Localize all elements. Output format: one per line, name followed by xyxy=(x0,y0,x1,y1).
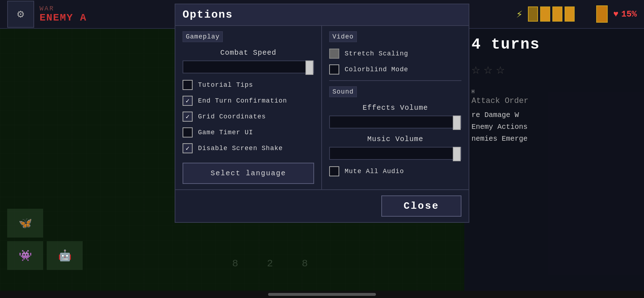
disable-shake-label: Disable Screen Shake xyxy=(198,145,283,152)
tutorial-tips-label: Tutorial Tips xyxy=(198,81,253,89)
disable-shake-checkbox[interactable] xyxy=(183,143,193,153)
mute-all-checkbox[interactable] xyxy=(329,166,339,176)
options-dialog: Options Gameplay Combat Speed Tutorial T… xyxy=(175,4,469,223)
combat-speed-container: Combat Speed xyxy=(183,49,314,73)
effects-volume-slider[interactable] xyxy=(329,116,461,128)
dialog-footer: Close xyxy=(175,189,469,222)
tutorial-tips-checkbox[interactable] xyxy=(183,80,193,90)
dialog-overlay: Options Gameplay Combat Speed Tutorial T… xyxy=(0,0,644,298)
end-turn-checkbox[interactable] xyxy=(183,96,193,106)
close-button[interactable]: Close xyxy=(381,195,461,217)
end-turn-row: End Turn Confirmation xyxy=(183,96,314,106)
video-sound-panel: Video Stretch Scaling Colorblind Mode So… xyxy=(322,26,469,189)
gameplay-tab-label: Gameplay xyxy=(183,31,223,42)
select-language-button[interactable]: Select language xyxy=(183,163,314,184)
music-volume-slider[interactable] xyxy=(329,147,461,160)
colorblind-checkbox[interactable] xyxy=(329,64,339,74)
music-volume-label: Music Volume xyxy=(329,135,461,143)
dialog-title: Options xyxy=(183,9,233,21)
effects-volume-container: Effects Volume xyxy=(329,104,461,128)
stretch-scaling-row: Stretch Scaling xyxy=(329,49,461,59)
colorblind-row: Colorblind Mode xyxy=(329,64,461,74)
grid-coords-checkbox[interactable] xyxy=(183,112,193,122)
tutorial-tips-row: Tutorial Tips xyxy=(183,80,314,90)
combat-speed-thumb[interactable] xyxy=(305,60,313,75)
grid-coords-row: Grid Coordinates xyxy=(183,112,314,122)
game-timer-row: Game Timer UI xyxy=(183,127,314,137)
disable-shake-row: Disable Screen Shake xyxy=(183,143,314,153)
mute-all-label: Mute All Audio xyxy=(345,168,404,175)
sound-tab-label: Sound xyxy=(329,86,357,97)
music-volume-thumb[interactable] xyxy=(453,147,461,161)
video-tab-label: Video xyxy=(329,31,357,42)
combat-speed-label: Combat Speed xyxy=(183,49,314,57)
grid-coords-label: Grid Coordinates xyxy=(198,113,266,120)
effects-volume-label: Effects Volume xyxy=(329,104,461,112)
game-timer-checkbox[interactable] xyxy=(183,127,193,137)
stretch-scaling-checkbox[interactable] xyxy=(329,49,339,59)
gameplay-panel: Gameplay Combat Speed Tutorial Tips En xyxy=(175,26,322,189)
colorblind-label: Colorblind Mode xyxy=(345,66,408,73)
game-timer-label: Game Timer UI xyxy=(198,129,253,136)
dialog-title-bar: Options xyxy=(175,4,469,26)
music-volume-container: Music Volume xyxy=(329,135,461,160)
mute-all-row: Mute All Audio xyxy=(329,166,461,176)
stretch-scaling-label: Stretch Scaling xyxy=(345,50,408,57)
combat-speed-slider[interactable] xyxy=(183,60,314,73)
end-turn-label: End Turn Confirmation xyxy=(198,97,287,104)
effects-volume-thumb[interactable] xyxy=(453,116,461,130)
dialog-body: Gameplay Combat Speed Tutorial Tips En xyxy=(175,26,469,189)
sound-section: Sound Effects Volume Music Volume xyxy=(329,80,461,176)
